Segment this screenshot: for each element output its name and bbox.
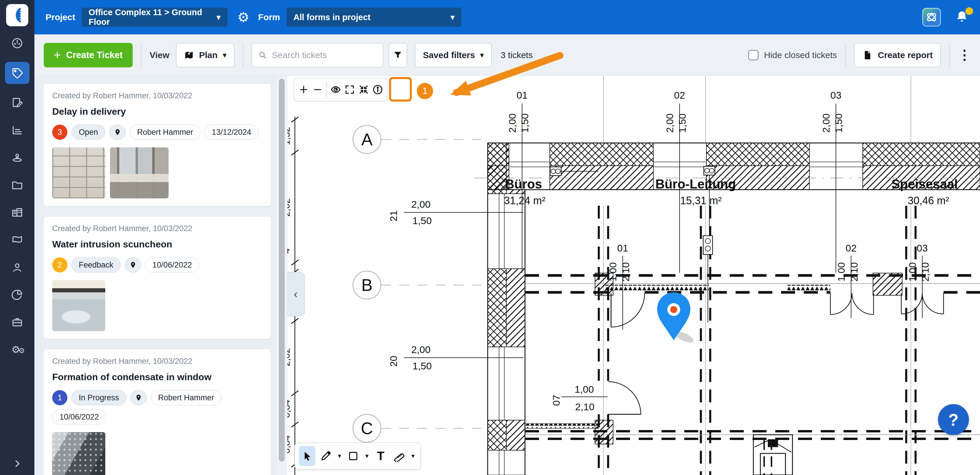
- form-label: Form: [258, 12, 280, 22]
- plan-toolbar: [294, 78, 387, 101]
- location-pill[interactable]: [130, 390, 147, 405]
- search-input[interactable]: [271, 50, 376, 61]
- more-options-button[interactable]: ⋮: [958, 51, 970, 59]
- visibility-button[interactable]: [329, 80, 343, 99]
- photo-thumbnail-water[interactable]: [52, 280, 105, 331]
- photo-thumbnail-office-window[interactable]: [110, 147, 169, 198]
- grid-row-label: B: [361, 276, 373, 294]
- sidebar-item-tickets[interactable]: [5, 62, 29, 84]
- ticket-created: Created by Robert Hammer, 10/03/2022: [52, 224, 262, 233]
- person-icon: [11, 261, 24, 274]
- dim-chain-label: 2,02: [287, 348, 292, 366]
- project-settings-gear-icon[interactable]: ⚙: [237, 11, 250, 24]
- sidebar-item-projects[interactable]: [5, 204, 29, 221]
- minus-icon: [312, 84, 323, 95]
- grid-row-label: C: [361, 419, 373, 438]
- window-dim: 2,00: [411, 344, 431, 355]
- sidebar-item-reports[interactable]: [5, 286, 29, 303]
- door-label: 07: [550, 395, 562, 406]
- draw-tool-dropdown[interactable]: ▾: [336, 452, 343, 460]
- text-tool-button[interactable]: T: [372, 446, 389, 466]
- notification-badge: [966, 7, 973, 15]
- list-scrollbar-track: [277, 76, 287, 475]
- sidebar-item-statistics[interactable]: [5, 121, 29, 139]
- photo-thumbnail-brick-wall[interactable]: [52, 147, 105, 198]
- notifications-button[interactable]: [955, 10, 970, 25]
- create-ticket-button[interactable]: + Create Ticket: [44, 43, 133, 67]
- ticket-count: 3 tickets: [501, 50, 533, 60]
- room-name: Speisesaal: [891, 177, 958, 191]
- project-selector[interactable]: Office Complex 11 > Ground Floor ▾: [82, 8, 228, 27]
- window-label: 20: [388, 355, 399, 367]
- ticket-card[interactable]: Created by Robert Hammer, 10/03/2022 Del…: [43, 83, 271, 206]
- shape-tool-dropdown[interactable]: ▾: [364, 452, 370, 460]
- plan-connect-button[interactable]: [922, 8, 941, 27]
- ticket-created: Created by Robert Hammer, 10/03/2022: [52, 91, 262, 100]
- fullscreen-button[interactable]: [343, 80, 357, 99]
- measure-tool-button[interactable]: [391, 446, 407, 466]
- ticket-card[interactable]: Created by Robert Hammer, 10/03/2022 Wat…: [43, 216, 271, 339]
- form-selector[interactable]: All forms in project ▾: [286, 8, 461, 27]
- door-dim: 2,10: [848, 262, 859, 282]
- plan-info-button[interactable]: [371, 80, 385, 99]
- assignee-pill: Robert Hammer: [130, 124, 200, 140]
- chevron-down-icon: ▾: [450, 13, 454, 22]
- sidebar-item-flags[interactable]: [5, 231, 29, 249]
- photo-thumbnail-condensate[interactable]: [52, 432, 105, 475]
- sidebar-expand-button[interactable]: [0, 459, 34, 469]
- door-label: 03: [917, 242, 928, 253]
- sidebar-item-documents[interactable]: [5, 176, 29, 194]
- sidebar-item-workspace[interactable]: [5, 313, 29, 331]
- sidebar-item-settings[interactable]: ⚙⚙: [5, 341, 29, 358]
- door-dim: 1,00: [574, 384, 594, 395]
- rectangle-icon: [347, 450, 359, 462]
- flag-icon: [11, 233, 24, 246]
- list-scrollbar-thumb[interactable]: [279, 79, 285, 462]
- help-button[interactable]: ?: [938, 404, 969, 435]
- collapse-panel-button[interactable]: ‹: [287, 272, 305, 316]
- location-pill[interactable]: [110, 124, 126, 140]
- fit-to-screen-button[interactable]: [357, 80, 371, 99]
- project-selector-value: Office Complex 11 > Ground Floor: [89, 8, 208, 27]
- ticket-title: Water intrusion scuncheon: [52, 239, 262, 250]
- search-box: [251, 43, 383, 67]
- hide-closed-toggle[interactable]: Hide closed tickets: [748, 50, 837, 61]
- tickets-toolbar: + Create Ticket View Plan ▾ Saved filter…: [34, 34, 980, 76]
- sidebar-item-site[interactable]: [5, 149, 29, 166]
- door-label: 01: [617, 242, 628, 253]
- location-pill[interactable]: [125, 257, 141, 273]
- view-selector-value: Plan: [199, 50, 218, 60]
- room-name: Büro-Leitung: [655, 177, 736, 191]
- window-label: 02: [674, 89, 685, 100]
- view-selector[interactable]: Plan ▾: [176, 43, 234, 67]
- door-label: 02: [846, 242, 857, 253]
- divider: [845, 43, 846, 67]
- room-area: 31,24 m²: [504, 194, 546, 207]
- filter-button[interactable]: [388, 43, 407, 67]
- funnel-icon: [393, 50, 403, 60]
- ticket-card[interactable]: Created by Robert Hammer, 10/03/2022 For…: [43, 349, 271, 475]
- sidebar-item-dashboard[interactable]: [5, 34, 29, 52]
- dim-chain-label: 1,32: [287, 127, 292, 145]
- app-root: ⚙⚙ Project Office Complex 11 > Ground Fl…: [0, 0, 980, 475]
- ticket-badges: 10/06/2022: [52, 410, 262, 424]
- checkbox[interactable]: [748, 50, 759, 61]
- ticket-pin-marker[interactable]: [657, 292, 695, 345]
- svg-text:PDF: PDF: [865, 56, 870, 59]
- door-dim: 1,00: [835, 262, 847, 282]
- select-tool-button[interactable]: [299, 446, 315, 466]
- create-report-button[interactable]: PDF Create report: [854, 43, 941, 67]
- zoom-out-button[interactable]: [310, 80, 325, 99]
- draw-tool-button[interactable]: [318, 446, 334, 466]
- sidebar-item-forms[interactable]: [5, 94, 29, 112]
- ticket-created: Created by Robert Hammer, 10/03/2022: [52, 357, 262, 366]
- saved-filters-button[interactable]: Saved filters ▾: [415, 43, 492, 67]
- sidebar-item-contacts[interactable]: [5, 258, 29, 276]
- buildings-icon: [11, 206, 24, 219]
- measure-tool-dropdown[interactable]: ▾: [410, 452, 416, 460]
- shape-tool-button[interactable]: [345, 446, 361, 466]
- plan-viewport[interactable]: 1,32 2,02 4 0,84 2,02 0,84 0,84: [287, 76, 980, 475]
- zoom-in-button[interactable]: [297, 80, 310, 99]
- tag-icon: [11, 67, 24, 80]
- app-logo[interactable]: [6, 4, 28, 26]
